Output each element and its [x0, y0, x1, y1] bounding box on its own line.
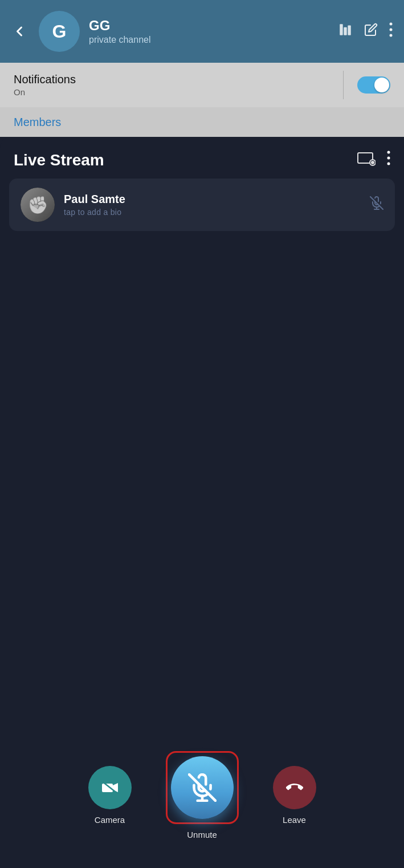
participant-avatar-image: [21, 188, 55, 222]
channel-info: GG private channel: [89, 18, 338, 45]
camera-control: Camera: [88, 766, 132, 825]
channel-avatar: G: [39, 11, 80, 52]
svg-point-4: [390, 29, 393, 31]
members-label[interactable]: Members: [14, 116, 61, 129]
leave-label: Leave: [283, 815, 306, 825]
back-button[interactable]: [11, 23, 27, 39]
camera-button[interactable]: [88, 766, 132, 809]
participant-row[interactable]: Paul Samte tap to add a bio: [9, 179, 395, 231]
live-stream-title: Live Stream: [14, 151, 104, 169]
unmute-label: Unmute: [187, 830, 217, 839]
camera-label: Camera: [95, 815, 125, 825]
unmute-button[interactable]: [171, 756, 234, 819]
header-more-icon[interactable]: [389, 22, 393, 40]
members-section: Members: [0, 107, 404, 137]
svg-point-8: [372, 161, 374, 164]
participant-info: Paul Samte tap to add a bio: [64, 193, 370, 217]
header-icons: [338, 22, 393, 40]
svg-point-3: [390, 23, 393, 26]
participant-bio: tap to add a bio: [64, 208, 370, 217]
poll-icon[interactable]: [338, 22, 353, 40]
unmute-control: Unmute: [166, 751, 239, 839]
participant-name: Paul Samte: [64, 193, 370, 206]
toggle-container: [343, 71, 390, 99]
svg-point-9: [387, 151, 390, 154]
notifications-status: On: [14, 87, 76, 97]
live-stream-header: Live Stream: [0, 137, 404, 179]
unmute-button-box: [166, 751, 239, 824]
notifications-text: Notifications On: [14, 73, 76, 97]
svg-point-10: [387, 157, 390, 160]
svg-rect-0: [340, 24, 342, 35]
svg-point-11: [387, 163, 390, 165]
toggle-knob: [374, 78, 389, 92]
participant-avatar: [21, 188, 55, 222]
notifications-toggle[interactable]: [357, 76, 390, 94]
svg-rect-1: [344, 27, 346, 35]
leave-button[interactable]: [273, 766, 316, 809]
edit-icon[interactable]: [364, 23, 378, 40]
top-header: G GG private channel: [0, 0, 404, 63]
channel-type: private channel: [89, 35, 338, 45]
svg-rect-2: [348, 25, 350, 35]
notifications-label: Notifications: [14, 73, 76, 86]
notifications-bar: Notifications On: [0, 63, 404, 107]
channel-name: GG: [89, 18, 338, 34]
live-stream-header-icons: [357, 151, 390, 169]
participant-mute-icon[interactable]: [370, 196, 383, 213]
svg-point-5: [390, 34, 393, 37]
live-stream-more-icon[interactable]: [387, 151, 390, 169]
bottom-controls: Camera Unmute Leave: [0, 740, 404, 868]
leave-control: Leave: [273, 766, 316, 825]
divider: [343, 71, 344, 99]
screen-share-icon[interactable]: [357, 152, 376, 168]
